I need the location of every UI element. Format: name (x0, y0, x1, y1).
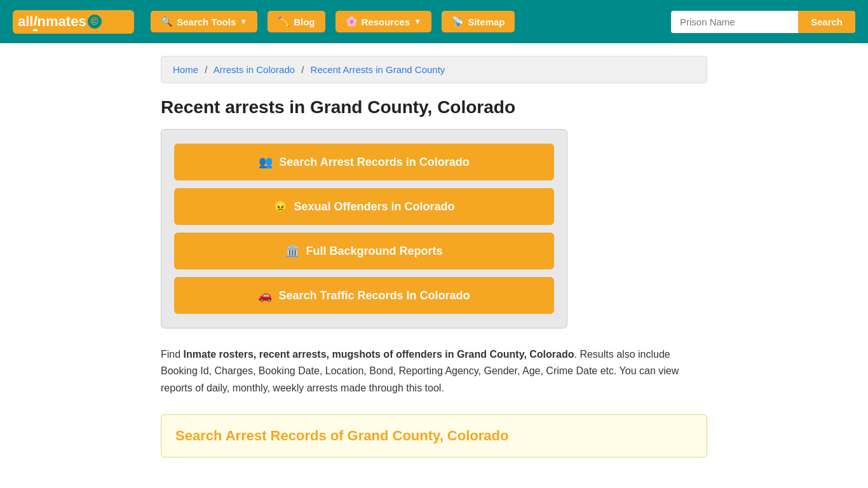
sitemap-button[interactable]: 📡 Sitemap (442, 11, 515, 32)
breadcrumb: Home / Arrests in Colorado / Recent Arre… (161, 56, 707, 83)
main-content: Home / Arrests in Colorado / Recent Arre… (148, 43, 720, 483)
blog-icon: ✏️ (278, 16, 290, 27)
background-reports-icon: 🏛️ (285, 244, 299, 258)
page-description: Find Inmate rosters, recent arrests, mug… (161, 346, 707, 396)
arrest-records-icon: 👥 (259, 155, 273, 169)
dropdown-arrow-icon: ▼ (240, 17, 247, 26)
traffic-records-button[interactable]: 🚗 Search Traffic Records In Colorado (174, 277, 554, 314)
search-tools-icon: 🔍 (161, 16, 173, 27)
breadcrumb-arrests-colorado[interactable]: Arrests in Colorado (214, 64, 295, 75)
sexual-offenders-icon: 😠 (273, 200, 287, 214)
breadcrumb-current: Recent Arrests in Grand County (311, 64, 445, 75)
dropdown-arrow-icon2: ▼ (414, 17, 421, 26)
quick-links-box: 👥 Search Arrest Records in Colorado 😠 Se… (161, 129, 567, 329)
background-reports-button[interactable]: 🏛️ Full Background Reports (174, 233, 554, 269)
sitemap-icon: 📡 (452, 16, 464, 27)
search-arrest-records-button[interactable]: 👥 Search Arrest Records in Colorado (174, 144, 554, 180)
breadcrumb-home[interactable]: Home (173, 64, 198, 75)
site-logo[interactable]: allInmates©.org (13, 10, 134, 34)
header-search-button[interactable]: Search (798, 11, 855, 33)
search-section-title: Search Arrest Records of Grand County, C… (175, 428, 693, 444)
traffic-records-icon: 🚗 (258, 288, 272, 302)
breadcrumb-sep1: / (205, 64, 207, 75)
blog-button[interactable]: ✏️ Blog (268, 11, 325, 32)
resources-button[interactable]: 🌸 Resources ▼ (336, 11, 432, 32)
breadcrumb-sep2: / (301, 64, 304, 75)
resources-icon: 🌸 (346, 16, 358, 27)
page-title: Recent arrests in Grand County, Colorado (161, 97, 707, 118)
search-arrest-section: Search Arrest Records of Grand County, C… (161, 414, 707, 458)
site-header: allInmates©.org 🔍 Search Tools ▼ ✏️ Blog… (0, 0, 868, 43)
prison-name-input[interactable] (671, 11, 798, 33)
sexual-offenders-button[interactable]: 😠 Sexual Offenders in Colorado (174, 188, 554, 225)
header-search-form: Search (671, 11, 855, 33)
search-tools-button[interactable]: 🔍 Search Tools ▼ (151, 11, 257, 32)
